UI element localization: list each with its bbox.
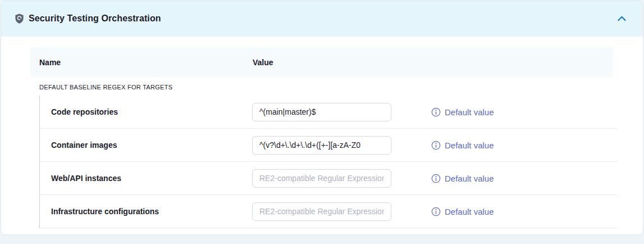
default-value-link[interactable]: Default value: [431, 107, 494, 117]
panel-title: Security Testing Orchestration: [29, 13, 161, 24]
chevron-up-icon[interactable]: [616, 14, 627, 23]
target-type-label: Web/API instances: [40, 174, 252, 183]
security-testing-panel: Security Testing Orchestration Name Valu…: [1, 0, 643, 235]
info-icon: [431, 174, 441, 183]
default-value-link[interactable]: Default value: [431, 207, 494, 216]
target-type-label: Code repositories: [40, 107, 252, 116]
column-header-name: Name: [39, 58, 253, 67]
table-row: Infrastructure configurations Default va…: [40, 195, 618, 228]
table-row: Container images Default value: [40, 129, 618, 162]
regex-input[interactable]: [252, 103, 391, 121]
table-row: Code repositories Default value: [40, 96, 618, 129]
target-type-label: Infrastructure configurations: [40, 207, 252, 216]
section-label: DEFAULT BASELINE REGEX FOR TARGETS: [39, 84, 643, 91]
default-value-label: Default value: [445, 174, 494, 183]
panel-header[interactable]: Security Testing Orchestration: [1, 1, 643, 37]
info-icon: [431, 207, 441, 216]
rows: Code repositories Default value Containe…: [39, 96, 618, 228]
default-value-link[interactable]: Default value: [431, 141, 494, 150]
default-value-label: Default value: [445, 141, 494, 150]
regex-input[interactable]: [252, 136, 391, 155]
info-icon: [431, 107, 441, 117]
table-header-row: Name Value: [30, 47, 613, 77]
default-value-link[interactable]: Default value: [431, 174, 494, 183]
regex-input[interactable]: [252, 169, 391, 188]
column-header-value: Value: [253, 58, 273, 67]
default-value-label: Default value: [445, 107, 494, 117]
info-icon: [431, 141, 441, 150]
regex-input[interactable]: [252, 202, 391, 221]
default-value-label: Default value: [445, 207, 494, 216]
table-row: Web/API instances Default value: [40, 162, 618, 195]
target-type-label: Container images: [40, 141, 252, 150]
shield-icon: [15, 13, 24, 24]
